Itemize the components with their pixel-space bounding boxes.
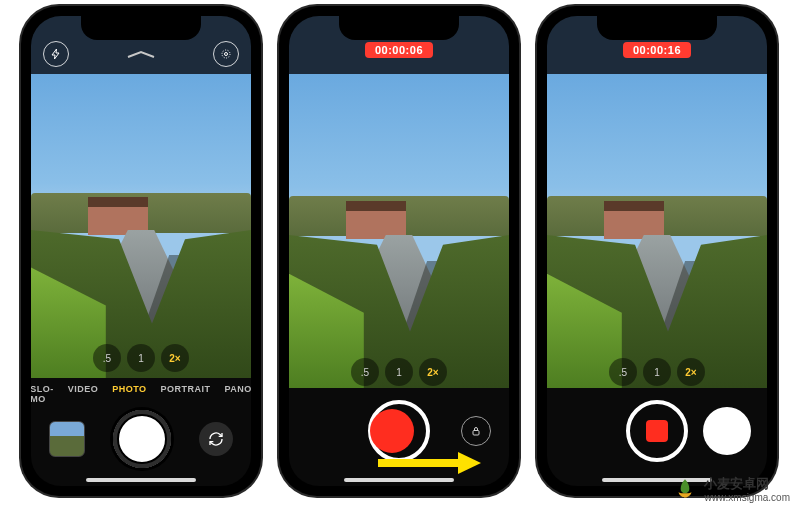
screen: 00:00:16 .5 1 2× <box>547 16 767 486</box>
camera-bottom-bar: SLO-MO VIDEO PHOTO PORTRAIT PANO <box>31 378 251 486</box>
shutter-button[interactable] <box>113 410 171 468</box>
home-indicator[interactable] <box>344 478 454 482</box>
zoom-label: 2× <box>169 353 180 364</box>
watermark: 小麦安卓网 www.xmsigma.com <box>672 475 790 503</box>
zoom-1x[interactable]: 1 <box>385 358 413 386</box>
camera-viewfinder[interactable] <box>289 74 509 396</box>
mode-portrait[interactable]: PORTRAIT <box>161 384 211 404</box>
capture-still-button[interactable] <box>703 407 751 455</box>
shutter-row <box>31 410 251 468</box>
stop-icon <box>646 420 668 442</box>
zoom-selector: .5 1 2× <box>547 358 767 386</box>
home-indicator[interactable] <box>86 478 196 482</box>
svg-point-0 <box>225 53 228 56</box>
svg-point-1 <box>222 50 230 58</box>
phone-frame-3: 00:00:16 .5 1 2× <box>537 6 777 496</box>
watermark-text: 小麦安卓网 www.xmsigma.com <box>704 475 790 503</box>
chevron-up-icon[interactable] <box>126 50 156 58</box>
screen: .5 1 2× SLO-MO VIDEO PHOTO PORTRAIT PANO <box>31 16 251 486</box>
drag-right-arrow-icon <box>373 448 483 478</box>
last-photo-thumbnail[interactable] <box>49 421 85 457</box>
watermark-url: www.xmsigma.com <box>704 493 790 503</box>
screen: 00:00:06 .5 1 2× <box>289 16 509 486</box>
recording-timer: 00:00:06 <box>365 42 433 58</box>
zoom-2x[interactable]: 2× <box>161 344 189 372</box>
mode-selector[interactable]: SLO-MO VIDEO PHOTO PORTRAIT PANO <box>31 384 251 404</box>
camera-viewfinder[interactable] <box>31 74 251 386</box>
zoom-label: .5 <box>103 353 111 364</box>
camera-bottom-bar <box>547 388 767 486</box>
zoom-selector: .5 1 2× <box>289 358 509 386</box>
zoom-0-5x[interactable]: .5 <box>609 358 637 386</box>
svg-rect-2 <box>473 431 479 436</box>
mode-video[interactable]: VIDEO <box>68 384 99 404</box>
mode-slomo[interactable]: SLO-MO <box>31 384 54 404</box>
device-notch <box>597 16 717 40</box>
timer-container: 00:00:16 <box>547 42 767 58</box>
timer-container: 00:00:06 <box>289 42 509 58</box>
zoom-label: 1 <box>654 367 660 378</box>
mode-photo[interactable]: PHOTO <box>112 384 146 404</box>
zoom-label: .5 <box>361 367 369 378</box>
phone-row: .5 1 2× SLO-MO VIDEO PHOTO PORTRAIT PANO <box>0 0 798 502</box>
camera-viewfinder[interactable] <box>547 74 767 396</box>
camera-bottom-bar <box>289 388 509 486</box>
zoom-label: .5 <box>619 367 627 378</box>
device-notch <box>81 16 201 40</box>
zoom-0-5x[interactable]: .5 <box>351 358 379 386</box>
watermark-name: 小麦安卓网 <box>704 476 769 491</box>
zoom-2x[interactable]: 2× <box>419 358 447 386</box>
zoom-selector: .5 1 2× <box>31 344 251 372</box>
zoom-label: 2× <box>427 367 438 378</box>
zoom-0-5x[interactable]: .5 <box>93 344 121 372</box>
zoom-1x[interactable]: 1 <box>643 358 671 386</box>
zoom-1x[interactable]: 1 <box>127 344 155 372</box>
flash-icon[interactable] <box>43 41 69 67</box>
record-row <box>547 400 767 462</box>
record-indicator-icon <box>370 409 414 453</box>
lock-icon[interactable] <box>461 416 491 446</box>
zoom-label: 2× <box>685 367 696 378</box>
phone-frame-2: 00:00:06 .5 1 2× <box>279 6 519 496</box>
device-notch <box>339 16 459 40</box>
phone-frame-1: .5 1 2× SLO-MO VIDEO PHOTO PORTRAIT PANO <box>21 6 261 496</box>
recording-timer: 00:00:16 <box>623 42 691 58</box>
mode-pano[interactable]: PANO <box>225 384 251 404</box>
flip-camera-icon[interactable] <box>199 422 233 456</box>
zoom-2x[interactable]: 2× <box>677 358 705 386</box>
zoom-label: 1 <box>396 367 402 378</box>
live-photo-icon[interactable] <box>213 41 239 67</box>
zoom-label: 1 <box>138 353 144 364</box>
stop-record-button[interactable] <box>626 400 688 462</box>
watermark-logo-icon <box>672 476 698 502</box>
